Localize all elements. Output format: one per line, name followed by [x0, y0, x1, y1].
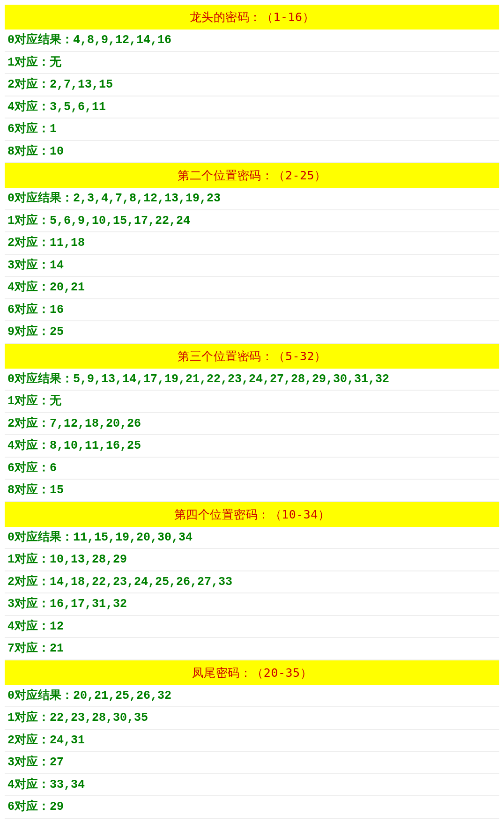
- data-row: 4对应：8,10,11,16,25: [5, 435, 499, 458]
- data-row: 3对应：16,17,31,32: [5, 593, 499, 616]
- data-row: 0对应结果：20,21,25,26,32: [5, 685, 499, 708]
- data-row: 2对应：2,7,13,15: [5, 74, 499, 96]
- data-row: 7对应：21: [5, 638, 499, 660]
- data-row: 0对应结果：11,15,19,20,30,34: [5, 527, 499, 549]
- data-row: 2对应：7,12,18,20,26: [5, 413, 499, 436]
- data-row: 6对应：29: [5, 796, 499, 819]
- section: 龙头的密码：（1-16）0对应结果：4,8,9,12,14,161对应：无2对应…: [5, 5, 499, 163]
- data-row: 4对应：12: [5, 616, 499, 638]
- data-row: 6对应：1: [5, 118, 499, 141]
- data-row: 1对应：5,6,9,10,15,17,22,24: [5, 210, 499, 233]
- data-row: 3对应：14: [5, 255, 499, 277]
- data-row: 1对应：无: [5, 52, 499, 74]
- data-row: 4对应：33,34: [5, 774, 499, 797]
- data-row: 9对应：25: [5, 321, 499, 344]
- data-row: 2对应：14,18,22,23,24,25,26,27,33: [5, 571, 499, 594]
- data-row: 6对应：16: [5, 299, 499, 322]
- data-row: 4对应：20,21: [5, 277, 499, 299]
- data-row: 0对应结果：5,9,13,14,17,19,21,22,23,24,27,28,…: [5, 369, 499, 391]
- section: 第四个位置密码：（10-34）0对应结果：11,15,19,20,30,341对…: [5, 502, 499, 660]
- data-row: 1对应：无: [5, 391, 499, 413]
- data-row: 0对应结果：2,3,4,7,8,12,13,19,23: [5, 188, 499, 210]
- data-row: 8对应：10: [5, 141, 499, 163]
- data-row: 2对应：24,31: [5, 730, 499, 752]
- data-row: 4对应：3,5,6,11: [5, 96, 499, 119]
- section: 第二个位置密码：（2-25）0对应结果：2,3,4,7,8,12,13,19,2…: [5, 163, 499, 344]
- data-row: 3对应：27: [5, 752, 499, 774]
- section-header: 凤尾密码：（20-35）: [5, 660, 499, 685]
- data-row: 1对应：22,23,28,30,35: [5, 707, 499, 730]
- section-header: 第三个位置密码：（5-32）: [5, 344, 499, 369]
- section-header: 第四个位置密码：（10-34）: [5, 502, 499, 527]
- data-row: 0对应结果：4,8,9,12,14,16: [5, 30, 499, 52]
- section: 第三个位置密码：（5-32）0对应结果：5,9,13,14,17,19,21,2…: [5, 344, 499, 502]
- data-row: 1对应：10,13,28,29: [5, 549, 499, 571]
- data-row: 6对应：6: [5, 458, 499, 480]
- section: 凤尾密码：（20-35）0对应结果：20,21,25,26,321对应：22,2…: [5, 660, 499, 819]
- data-row: 8对应：15: [5, 480, 499, 502]
- section-header: 龙头的密码：（1-16）: [5, 5, 499, 30]
- code-table-container: 龙头的密码：（1-16）0对应结果：4,8,9,12,14,161对应：无2对应…: [5, 5, 499, 819]
- data-row: 2对应：11,18: [5, 232, 499, 255]
- section-header: 第二个位置密码：（2-25）: [5, 163, 499, 188]
